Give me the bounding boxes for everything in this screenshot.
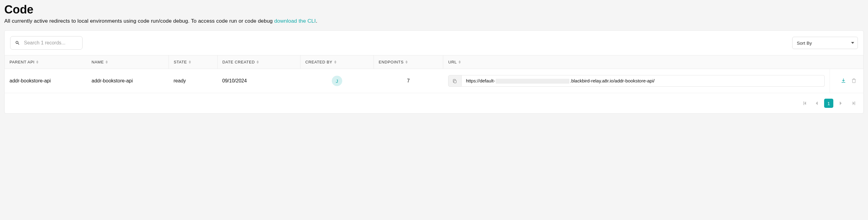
sort-arrows-icon bbox=[334, 60, 336, 64]
cell-url: https://default-.blackbird-relay.a8r.io/… bbox=[443, 69, 830, 93]
url-value: https://default-.blackbird-relay.a8r.io/… bbox=[462, 75, 825, 87]
svg-rect-2 bbox=[855, 101, 855, 105]
download-icon bbox=[841, 78, 846, 83]
page-last-button[interactable] bbox=[849, 99, 858, 108]
avatar: J bbox=[332, 76, 342, 86]
cell-parent-api: addr-bookstore-api bbox=[5, 69, 87, 93]
col-actions bbox=[830, 56, 863, 69]
chevron-last-icon bbox=[852, 101, 855, 105]
copy-icon bbox=[453, 78, 457, 84]
delete-button[interactable] bbox=[849, 76, 859, 86]
col-date-created-label: DATE CREATED bbox=[222, 60, 255, 64]
subtitle-suffix: . bbox=[316, 18, 317, 24]
download-cli-link[interactable]: download the CLI bbox=[274, 18, 316, 24]
sort-by-select[interactable]: Sort By bbox=[792, 37, 858, 49]
page-title: Code bbox=[4, 3, 864, 16]
col-endpoints[interactable]: ENDPOINTS bbox=[374, 56, 443, 69]
pagination: 1 bbox=[5, 93, 863, 113]
chevron-right-icon bbox=[840, 101, 842, 105]
cell-name: addr-bookstore-api bbox=[87, 69, 168, 93]
cell-state: ready bbox=[169, 69, 218, 93]
page-next-button[interactable] bbox=[836, 99, 846, 108]
sort-arrows-icon bbox=[105, 60, 108, 64]
cell-date-created: 09/10/2024 bbox=[217, 69, 300, 93]
trash-icon bbox=[851, 78, 857, 83]
col-name[interactable]: NAME bbox=[87, 56, 168, 69]
sort-arrows-icon bbox=[459, 60, 461, 64]
col-name-label: NAME bbox=[91, 60, 104, 64]
download-button[interactable] bbox=[839, 76, 848, 86]
sort-arrows-icon bbox=[36, 60, 38, 64]
sort-arrows-icon bbox=[405, 60, 408, 64]
col-created-by-label: CREATED BY bbox=[305, 60, 332, 64]
page-subtitle: All currently active redirects to local … bbox=[4, 18, 864, 24]
chevron-left-icon bbox=[815, 101, 818, 105]
svg-rect-0 bbox=[454, 80, 456, 83]
table-row: addr-bookstore-api addr-bookstore-api re… bbox=[5, 69, 863, 93]
col-created-by[interactable]: CREATED BY bbox=[300, 56, 374, 69]
col-url-label: URL bbox=[448, 60, 457, 64]
sort-by-label: Sort By bbox=[797, 40, 812, 46]
copy-url-button[interactable] bbox=[448, 75, 462, 87]
sort-arrows-icon bbox=[257, 60, 259, 64]
page-number-button[interactable]: 1 bbox=[824, 99, 833, 108]
url-prefix: https://default- bbox=[466, 78, 495, 83]
records-card: Sort By PARENT API NAM bbox=[4, 30, 864, 114]
sort-arrows-icon bbox=[189, 60, 191, 64]
col-endpoints-label: ENDPOINTS bbox=[379, 60, 404, 64]
page-prev-button[interactable] bbox=[812, 99, 821, 108]
page-first-button[interactable] bbox=[800, 99, 809, 108]
svg-rect-1 bbox=[804, 101, 804, 105]
col-date-created[interactable]: DATE CREATED bbox=[217, 56, 300, 69]
cell-actions bbox=[830, 69, 863, 93]
chevron-first-icon bbox=[804, 101, 806, 105]
col-url[interactable]: URL bbox=[443, 56, 830, 69]
subtitle-text: All currently active redirects to local … bbox=[4, 18, 274, 24]
col-state-label: STATE bbox=[174, 60, 187, 64]
url-suffix: .blackbird-relay.a8r.io/addr-bookstore-a… bbox=[570, 78, 655, 83]
col-parent-api[interactable]: PARENT API bbox=[5, 56, 87, 69]
col-state[interactable]: STATE bbox=[169, 56, 218, 69]
records-table: PARENT API NAME bbox=[5, 55, 863, 93]
url-redacted bbox=[496, 79, 569, 84]
cell-endpoints: 7 bbox=[374, 69, 443, 93]
col-parent-api-label: PARENT API bbox=[9, 60, 34, 64]
cell-created-by: J bbox=[300, 69, 374, 93]
search-icon bbox=[15, 40, 20, 45]
search-input[interactable] bbox=[10, 36, 83, 50]
